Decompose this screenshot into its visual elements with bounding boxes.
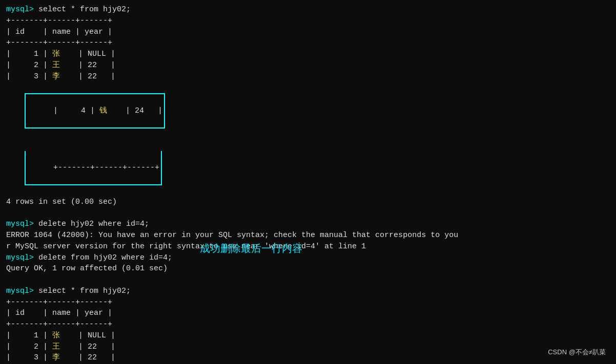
table1-top-border: +-------+------+------+ [6,15,610,27]
table1-sub-border: +-------+------+------+ [6,37,610,49]
result-count-1: 4 rows in set (0.00 sec) [6,197,610,208]
table2-header: | id | name | year | [6,308,610,319]
empty-1 [6,208,610,219]
select-cmd-2: mysql> select * from hjy02; [6,286,610,297]
table2-row1: | 1 | 张 | NULL | [6,330,610,341]
error-line-2: r MySQL server version for the right syn… [6,241,610,252]
table1-row1: | 1 | 张 | NULL | [6,49,610,60]
table1-row3: | 3 | 李 | 22 | [6,71,610,82]
table1-header: | id | name | year | [6,27,610,38]
query-ok: Query OK, 1 row affected (0.01 sec) [6,263,610,274]
error-line-1: ERROR 1064 (42000): You have an error in… [6,230,610,241]
prompt: mysql> [6,5,38,14]
table1-bottom-border-highlighted: +-------+------+------+ [6,140,610,197]
empty-2 [6,274,610,286]
delete-cmd-ok: mysql> delete from hjy02 where id=4; [6,252,610,264]
watermark: CSDN @不会≠趴菜 [548,348,606,357]
annotation: 成功删除最后一行内容 [200,242,302,255]
delete-cmd-error: mysql> delete hjy02 where id=4; [6,219,610,230]
table1-row2: | 2 | 王 | 22 | [6,60,610,71]
line-1: mysql> select * from hjy02; [6,4,610,15]
table2-sub-border: +-------+------+------+ [6,319,610,330]
table2-row3: | 3 | 李 | 22 | [6,352,610,363]
table2-top-border: +-------+------+------+ [6,297,610,308]
terminal: mysql> select * from hjy02; +-------+---… [0,0,616,364]
table2-row2: | 2 | 王 | 22 | [6,341,610,353]
table1-row4-highlighted: | 4 | 钱 | 24 | [6,82,610,140]
